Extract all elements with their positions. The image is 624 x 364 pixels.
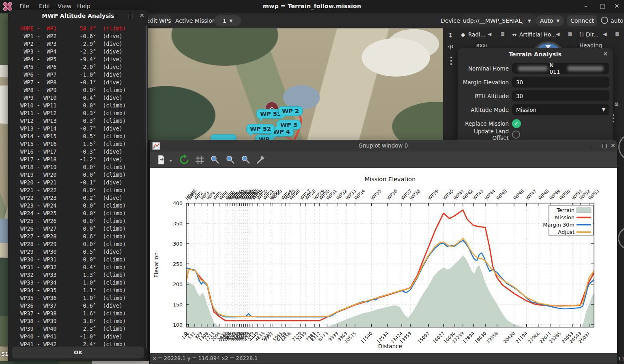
- altitude-row: WP24 - WP25 0.0° (climb): [8, 210, 145, 217]
- auto-radio[interactable]: [601, 17, 608, 24]
- altitude-row-list: HOME - WP1 58.4° (climb) WP1 - WP2 -0.6°…: [8, 25, 145, 349]
- h-arrows-icon: ↔: [512, 31, 516, 38]
- close-button[interactable]: ✕: [611, 142, 615, 149]
- scrollbar[interactable]: [146, 26, 147, 348]
- map-left-sliver[interactable]: [0, 13, 8, 364]
- grid-icon[interactable]: [194, 154, 205, 165]
- altitude-row: WP30 - WP31 0.0° (climb): [8, 256, 145, 263]
- svg-text:19358: 19358: [485, 331, 499, 345]
- altitude-mode-dropdown[interactable]: Mission ▼: [512, 104, 609, 115]
- kebab-menu-icon[interactable]: [613, 118, 614, 119]
- svg-text:WP47: WP47: [525, 188, 538, 201]
- close-button[interactable]: ✕: [614, 2, 620, 10]
- status-fragment: 11: [618, 355, 624, 362]
- chevron-down-icon: ▼: [556, 19, 559, 23]
- svg-text:Adjust: Adjust: [558, 229, 575, 235]
- baud-dropdown[interactable]: Auto▼: [536, 15, 564, 26]
- altitude-row: WP36 - WP37 -0.6° (dive): [8, 302, 145, 310]
- rth-altitude-field[interactable]: 30: [512, 90, 609, 101]
- device-label: Device: [441, 17, 460, 24]
- edit-wps-button[interactable]: Edit WPs: [146, 15, 171, 26]
- altitude-row: WP25 - WP26 0.0° (climb): [8, 217, 145, 225]
- kebab-menu-icon[interactable]: [450, 60, 452, 62]
- minimize-button[interactable]: –: [114, 12, 117, 19]
- device-combo[interactable]: udp://__MWP_SERIAL_HO ▼: [460, 15, 538, 26]
- waypoint-marker[interactable]: WP: [255, 135, 273, 140]
- chevron-down-icon: ▼: [602, 107, 605, 112]
- svg-text:WP36: WP36: [386, 188, 398, 201]
- resize-vertical-icon[interactable]: ↕: [448, 32, 453, 39]
- svg-text:Elevation: Elevation: [153, 253, 159, 278]
- waypoint-marker[interactable]: WP 52: [246, 124, 275, 134]
- nominal-home-field[interactable]: N 011: [512, 63, 609, 74]
- svg-text:20420: 20420: [502, 331, 516, 345]
- mission-number-dropdown[interactable]: 1▼: [214, 15, 241, 26]
- chevron-down-icon[interactable]: [168, 157, 179, 167]
- ok-button[interactable]: OK: [12, 347, 144, 358]
- update-land-offset-checkbox[interactable]: [512, 131, 520, 139]
- altitude-row: WP37 - WP38 1.6° (climb): [8, 310, 145, 317]
- kebab-menu-icon[interactable]: [613, 114, 614, 116]
- close-panel-icon[interactable]: ⊠: [568, 31, 572, 37]
- antenna-icon[interactable]: [447, 44, 454, 53]
- gnuplot-window: Gnuplot window 0 – ▢ ✕: [149, 140, 617, 364]
- close-icon[interactable]: ✕: [603, 51, 608, 57]
- altitude-analysis-dialog: MWP Altitude Analysis – ▢ ✕ HOME - WP1 5…: [8, 10, 148, 361]
- close-icon[interactable]: ✕: [140, 12, 144, 19]
- altitude-row: HOME - WP1 58.4° (climb): [8, 25, 145, 32]
- kebab-menu-icon[interactable]: [450, 57, 452, 58]
- svg-text:5351: 5351: [263, 331, 274, 343]
- field-label: Nominal Home: [461, 65, 509, 72]
- zoom-icon[interactable]: [225, 154, 236, 165]
- panel-radio-title: Radi...: [468, 31, 486, 38]
- waypoint-marker[interactable]: WP 2: [278, 106, 303, 116]
- field-label: Update Land Offset: [461, 128, 509, 141]
- wrench-icon[interactable]: [255, 154, 266, 165]
- replot-icon[interactable]: [179, 154, 189, 165]
- kebab-menu-icon[interactable]: [450, 63, 452, 65]
- minimize-button[interactable]: –: [584, 2, 587, 10]
- altitude-row: WP15 - WP16 1.5° (climb): [8, 140, 145, 148]
- altitude-row: WP33 - WP34 1.0° (climb): [8, 279, 145, 287]
- collapse-icon[interactable]: ◀: [488, 31, 491, 37]
- altitude-row: WP35 - WP36 1.0° (climb): [8, 294, 145, 302]
- collapse-icon[interactable]: ◀: [603, 31, 607, 37]
- chevron-down-icon: ▼: [230, 19, 233, 23]
- altitude-row: WP34 - WP35 1.1° (climb): [8, 287, 145, 294]
- altitude-row: WP17 - WP18 -1.2° (dive): [8, 156, 145, 163]
- altitude-row: WP1 - WP2 -0.6° (dive): [8, 32, 145, 40]
- altitude-row: WP22 - WP23 -0.2° (dive): [8, 194, 145, 202]
- auto-label: auto: [611, 17, 624, 24]
- maximize-button[interactable]: ▢: [127, 12, 133, 19]
- collapse-icon[interactable]: ◀: [556, 31, 559, 37]
- minimize-button[interactable]: –: [592, 142, 595, 149]
- connect-button[interactable]: Connect: [567, 15, 597, 26]
- altitude-row: WP40 - WP41 -1.0° (dive): [8, 333, 145, 340]
- waypoint-marker[interactable]: [211, 134, 237, 140]
- map-view[interactable]: ⌂ WP 53WP 2WP 3WP 4WP 52WP: [148, 28, 443, 140]
- maximize-button[interactable]: ▢: [602, 142, 607, 149]
- map-bottom-sliver[interactable]: [0, 361, 149, 364]
- maximize-button[interactable]: ▢: [600, 2, 605, 10]
- screen: File Edit View Help mwp = Terrain_follow…: [0, 0, 624, 364]
- close-panel-icon[interactable]: ⊠: [614, 101, 618, 107]
- altitude-row: WP12 - WP13 0.3° (climb): [8, 117, 145, 125]
- gnuplot-canvas[interactable]: 100150200250300350400HOME0WP1146WP2531WP…: [150, 168, 617, 353]
- kebab-menu-icon[interactable]: [613, 121, 614, 122]
- altitude-row: WP9 - WP10 -0.4° (dive): [8, 94, 145, 102]
- svg-text:Mission: Mission: [555, 214, 575, 221]
- replace-mission-checkbox[interactable]: ✓: [512, 119, 521, 128]
- close-panel-icon[interactable]: ⊠: [501, 31, 505, 37]
- wifi-icon: ◆: [461, 31, 465, 38]
- altitude-row: WP10 - WP11 0.0° (climb): [8, 102, 145, 109]
- zoom-icon[interactable]: [241, 154, 251, 165]
- dialog-title: Terrain Analysis: [458, 51, 613, 58]
- margin-elevation-field[interactable]: 30: [512, 77, 609, 88]
- svg-text:100: 100: [173, 322, 183, 328]
- close-panel-icon[interactable]: ⊠: [615, 31, 619, 37]
- svg-text:WP40: WP40: [442, 188, 454, 201]
- export-icon[interactable]: [156, 154, 167, 165]
- field-label: Altitude Mode: [461, 107, 509, 113]
- altitude-row: WP4 - WP5 -9.4° (dive): [8, 56, 145, 63]
- zoom-icon[interactable]: [210, 154, 220, 165]
